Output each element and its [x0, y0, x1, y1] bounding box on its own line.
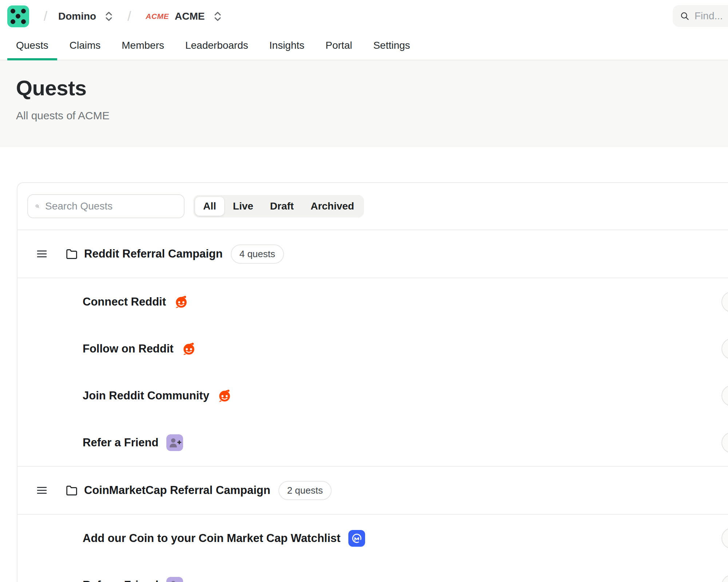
search-icon	[680, 10, 689, 22]
acme-logo: ACME	[146, 12, 169, 21]
quest-toggle-button[interactable]	[721, 338, 728, 359]
chevrons-up-down-icon	[104, 10, 114, 23]
quest-row[interactable]: Connect Reddit	[17, 278, 728, 325]
quest-group: CoinMarketCap Referral Campaign 2 quests…	[17, 466, 728, 582]
group-name: Reddit Referral Campaign	[84, 247, 223, 260]
tab-label: Insights	[269, 40, 305, 51]
quest-toggle-button[interactable]	[721, 528, 728, 549]
quests-card: All Live Draft Archived Reddit Referral …	[17, 182, 728, 582]
quest-row[interactable]: Add our Coin to your Coin Market Cap Wat…	[17, 515, 728, 562]
quest-title: Refer a Friend	[83, 436, 158, 449]
filter-label: Archived	[310, 200, 354, 212]
filter-draft[interactable]: Draft	[262, 197, 302, 216]
tab-insights[interactable]: Insights	[261, 33, 313, 60]
drag-handle-icon[interactable]	[37, 486, 47, 494]
quest-row[interactable]: Join Reddit Community	[17, 372, 728, 419]
filter-all[interactable]: All	[195, 197, 224, 216]
tab-label: Leaderboards	[185, 40, 248, 51]
filter-label: Draft	[270, 200, 294, 212]
breadcrumb-separator: /	[44, 9, 47, 24]
quest-title: Follow on Reddit	[83, 342, 174, 355]
quest-title: Connect Reddit	[83, 295, 166, 308]
search-quests-box[interactable]	[27, 194, 185, 218]
quest-title: Add our Coin to your Coin Market Cap Wat…	[83, 532, 340, 545]
tab-members[interactable]: Members	[113, 33, 173, 60]
page-subtitle: All quests of ACME	[16, 109, 712, 122]
page-title: Quests	[16, 76, 712, 100]
quest-toggle-button[interactable]	[721, 291, 728, 312]
quest-title: Join Reddit Community	[83, 389, 209, 402]
primary-nav: Quests Claims Members Leaderboards Insig…	[0, 33, 728, 60]
coinmarketcap-icon	[348, 530, 365, 547]
folder-icon	[66, 485, 78, 495]
group-quest-count-badge: 2 quests	[278, 481, 332, 500]
tab-label: Portal	[325, 40, 352, 51]
tab-label: Quests	[16, 40, 48, 51]
tab-portal[interactable]: Portal	[317, 33, 361, 60]
refer-friend-icon	[166, 577, 183, 582]
workspace-switcher-button[interactable]	[104, 10, 114, 23]
global-search[interactable]	[673, 5, 728, 27]
reddit-icon	[217, 388, 232, 403]
chevrons-up-down-icon	[213, 10, 222, 23]
reddit-icon	[174, 295, 189, 309]
org-switcher-button[interactable]	[213, 10, 222, 23]
filter-archived[interactable]: Archived	[302, 197, 362, 216]
tab-claims[interactable]: Claims	[61, 33, 110, 60]
breadcrumb-org[interactable]: ACME	[175, 11, 205, 22]
quest-toggle-button[interactable]	[721, 575, 728, 582]
search-icon	[35, 201, 39, 211]
drag-handle-icon[interactable]	[37, 250, 47, 258]
group-header: CoinMarketCap Referral Campaign 2 quests	[17, 467, 728, 515]
domino-dice-logo[interactable]	[7, 5, 29, 27]
quest-toggle-button[interactable]	[721, 432, 728, 453]
quest-toggle-button[interactable]	[721, 385, 728, 406]
filter-label: Live	[233, 200, 253, 212]
quest-title: Refer a Friend	[83, 579, 158, 582]
page-header: Quests All quests of ACME	[0, 60, 728, 147]
tab-label: Claims	[70, 40, 101, 51]
reddit-icon	[182, 342, 196, 356]
filter-label: All	[203, 200, 216, 212]
find-input[interactable]	[695, 10, 728, 22]
group-quest-count-badge: 4 quests	[231, 244, 284, 264]
group-name: CoinMarketCap Referral Campaign	[84, 484, 270, 497]
tab-settings[interactable]: Settings	[364, 33, 419, 60]
quest-row[interactable]: Refer a Friend	[17, 562, 728, 582]
quest-row[interactable]: Follow on Reddit	[17, 325, 728, 372]
quest-group: Reddit Referral Campaign 4 quests Connec…	[17, 230, 728, 466]
quests-toolbar: All Live Draft Archived	[17, 183, 728, 230]
group-header: Reddit Referral Campaign 4 quests	[17, 230, 728, 278]
tab-label: Settings	[373, 40, 410, 51]
folder-icon	[66, 249, 78, 259]
refer-friend-icon	[166, 434, 183, 451]
top-bar: / Domino / ACME ACME	[0, 0, 728, 33]
filter-live[interactable]: Live	[225, 197, 261, 216]
tab-label: Members	[122, 40, 164, 51]
breadcrumb-workspace[interactable]: Domino	[58, 11, 96, 22]
breadcrumb-separator: /	[127, 9, 131, 24]
tab-quests[interactable]: Quests	[7, 33, 57, 60]
tab-leaderboards[interactable]: Leaderboards	[177, 33, 257, 60]
status-filter-group: All Live Draft Archived	[193, 195, 364, 218]
search-quests-input[interactable]	[45, 200, 177, 212]
quest-row[interactable]: Refer a Friend	[17, 419, 728, 466]
